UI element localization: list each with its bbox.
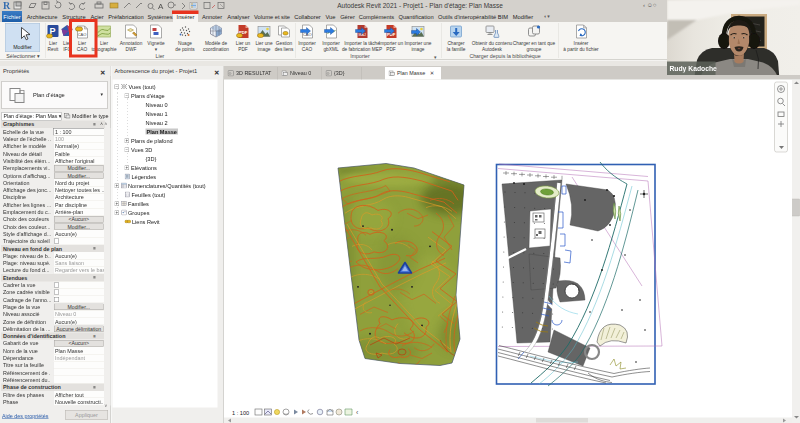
svg-text:‹: ‹ bbox=[356, 409, 359, 416]
svg-text:R: R bbox=[3, 0, 11, 11]
svg-text:1 : 100: 1 : 100 bbox=[232, 410, 249, 416]
svg-text:Rudy Kadoche: Rudy Kadoche bbox=[670, 65, 718, 73]
svg-text:A: A bbox=[158, 2, 164, 11]
